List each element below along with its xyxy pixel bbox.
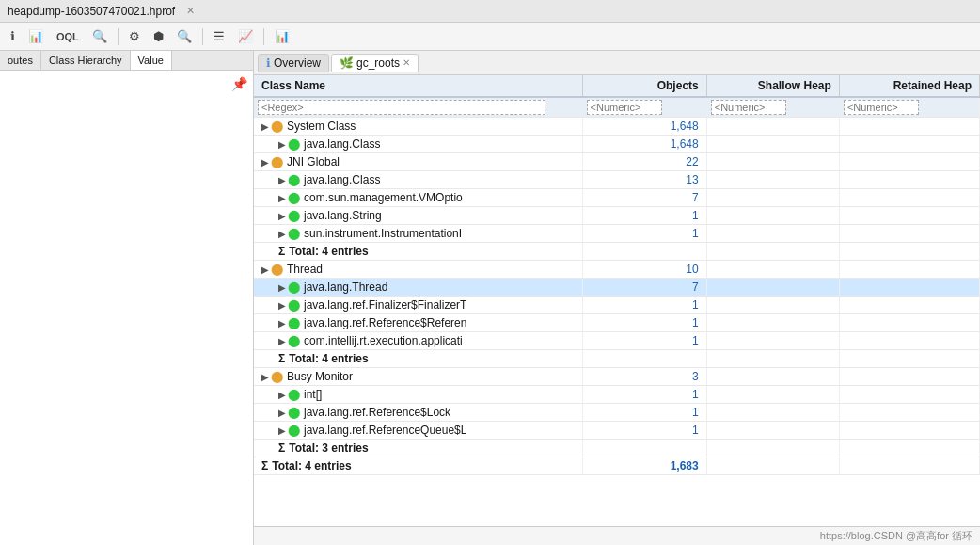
title-bar: heapdump-1603507470021.hprof ✕ xyxy=(0,0,980,23)
table-row[interactable]: ▶⬤sun.instrument.InstrumentationI1 xyxy=(254,225,980,243)
row-retained-heap xyxy=(839,440,979,457)
row-retained-heap xyxy=(839,422,979,440)
table-row[interactable]: ▶⬤java.lang.Class1,648 xyxy=(254,136,980,153)
table-header-row: Class Name Objects Shallow Heap Retained… xyxy=(254,75,980,97)
filter-objects-input[interactable] xyxy=(587,100,662,115)
table-row[interactable]: ▶⬤Busy Monitor3 xyxy=(254,368,980,386)
row-class-name: ▶⬤java.lang.ref.ReferenceQueue$L xyxy=(254,422,582,440)
table-row[interactable]: ▶⬤JNI Global22 xyxy=(254,153,980,171)
content-area: outes Class Hierarchy Value 📌 ℹ Overview xyxy=(0,51,980,545)
table-container: Class Name Objects Shallow Heap Retained… xyxy=(254,75,980,526)
toolbar-chart-btn[interactable]: 📊 xyxy=(24,26,48,46)
row-objects: 1,683 xyxy=(582,457,706,475)
table-row[interactable]: ▶⬤int[]1 xyxy=(254,386,980,404)
row-class-name: ΣTotal: 3 entries xyxy=(254,440,582,457)
toolbar-filter-btn[interactable]: 🔍 xyxy=(172,26,197,46)
table-row[interactable]: ▶⬤java.lang.ref.ReferenceQueue$L1 xyxy=(254,422,980,440)
row-retained-heap xyxy=(839,368,979,386)
row-shallow-heap xyxy=(706,440,839,457)
tab-gc-roots-close[interactable]: ✕ xyxy=(403,57,410,68)
tab-overview[interactable]: ℹ Overview xyxy=(258,54,329,72)
row-objects: 22 xyxy=(582,153,706,171)
row-shallow-heap xyxy=(706,386,839,404)
row-class-name: ΣTotal: 4 entries xyxy=(254,457,582,475)
row-objects: 1 xyxy=(582,297,706,314)
filter-shallow-input[interactable] xyxy=(711,100,786,115)
row-retained-heap xyxy=(839,457,979,475)
row-retained-heap xyxy=(839,404,979,422)
row-class-name: ΣTotal: 4 entries xyxy=(254,350,582,368)
row-objects: 1,648 xyxy=(582,136,706,153)
table-row[interactable]: ▶⬤java.lang.ref.Finalizer$FinalizerT1 xyxy=(254,297,980,314)
main-panel: ℹ Overview 🌿 gc_roots ✕ Class Name Objec… xyxy=(254,51,980,545)
row-retained-heap xyxy=(839,314,979,332)
tab-gc-roots[interactable]: 🌿 gc_roots ✕ xyxy=(331,54,419,72)
row-objects: 1 xyxy=(582,207,706,225)
left-tab-outes[interactable]: outes xyxy=(0,51,41,70)
toolbar-gear-btn[interactable]: ⚙ xyxy=(124,26,145,46)
table-row[interactable]: ΣTotal: 3 entries xyxy=(254,440,980,457)
row-retained-heap xyxy=(839,350,979,368)
filter-retained-input[interactable] xyxy=(844,100,919,115)
table-row[interactable]: ▶⬤System Class1,648 xyxy=(254,118,980,136)
toolbar-search-btn[interactable]: 🔍 xyxy=(87,26,112,46)
row-objects: 1 xyxy=(582,332,706,350)
row-class-name: ▶⬤com.intellij.rt.execution.applicati xyxy=(254,332,582,350)
table-row[interactable]: ▶⬤java.lang.ref.Reference$Referen1 xyxy=(254,314,980,332)
toolbar-oql-btn[interactable]: OQL xyxy=(52,28,84,45)
row-shallow-heap xyxy=(706,297,839,314)
toolbar-table-btn[interactable]: ☰ xyxy=(209,26,229,46)
left-tab-value-label: Value xyxy=(138,55,164,66)
table-body: ▶⬤System Class1,648▶⬤java.lang.Class1,64… xyxy=(254,118,980,475)
row-retained-heap xyxy=(839,261,979,279)
row-objects: 1 xyxy=(582,386,706,404)
row-class-name: ▶⬤java.lang.ref.Reference$Referen xyxy=(254,314,582,332)
table-row[interactable]: ΣTotal: 4 entries xyxy=(254,243,980,261)
row-shallow-heap xyxy=(706,457,839,475)
row-shallow-heap xyxy=(706,332,839,350)
row-retained-heap xyxy=(839,136,979,153)
left-tab-class-hierarchy-label: Class Hierarchy xyxy=(49,55,122,66)
toolbar-package-btn[interactable]: ⬢ xyxy=(149,26,168,46)
row-class-name: ΣTotal: 4 entries xyxy=(254,243,582,261)
toolbar-bar-btn[interactable]: 📊 xyxy=(270,26,294,46)
row-objects: 1 xyxy=(582,422,706,440)
left-panel: outes Class Hierarchy Value 📌 xyxy=(0,51,254,545)
toolbar-info-btn[interactable]: ℹ xyxy=(6,26,20,46)
row-shallow-heap xyxy=(706,118,839,136)
table-row[interactable]: ▶⬤java.lang.String1 xyxy=(254,207,980,225)
table-row[interactable]: ▶⬤java.lang.Thread7 xyxy=(254,279,980,297)
pin-icon[interactable]: 📌 xyxy=(231,76,247,91)
row-retained-heap xyxy=(839,386,979,404)
row-shallow-heap xyxy=(706,404,839,422)
row-objects: 1 xyxy=(582,225,706,243)
table-row[interactable]: ΣTotal: 4 entries1,683 xyxy=(254,457,980,475)
row-objects xyxy=(582,243,706,261)
table-row[interactable]: ▶⬤Thread10 xyxy=(254,261,980,279)
filter-class-input[interactable] xyxy=(258,100,545,115)
table-row[interactable]: ΣTotal: 4 entries xyxy=(254,350,980,368)
main-container: heapdump-1603507470021.hprof ✕ ℹ 📊 OQL 🔍… xyxy=(0,0,980,545)
row-class-name: ▶⬤com.sun.management.VMOptio xyxy=(254,189,582,207)
table-row[interactable]: ▶⬤java.lang.Class13 xyxy=(254,171,980,189)
toolbar-line-btn[interactable]: 📈 xyxy=(233,26,258,46)
overview-icon: ℹ xyxy=(266,56,271,70)
toolbar-sep-1 xyxy=(118,28,119,45)
tab-gc-roots-label: gc_roots xyxy=(356,56,400,70)
table-filter-row xyxy=(254,97,980,118)
table-row[interactable]: ▶⬤java.lang.ref.Reference$Lock1 xyxy=(254,404,980,422)
row-objects: 3 xyxy=(582,368,706,386)
row-retained-heap xyxy=(839,171,979,189)
row-retained-heap xyxy=(839,118,979,136)
file-title: heapdump-1603507470021.hprof xyxy=(8,5,175,18)
row-shallow-heap xyxy=(706,350,839,368)
row-shallow-heap xyxy=(706,136,839,153)
filter-shallow-cell xyxy=(706,97,839,118)
row-shallow-heap xyxy=(706,422,839,440)
row-objects xyxy=(582,350,706,368)
left-tab-value[interactable]: Value xyxy=(131,51,172,70)
left-tab-class-hierarchy[interactable]: Class Hierarchy xyxy=(41,51,131,70)
row-shallow-heap xyxy=(706,279,839,297)
table-row[interactable]: ▶⬤com.sun.management.VMOptio7 xyxy=(254,189,980,207)
table-row[interactable]: ▶⬤com.intellij.rt.execution.applicati1 xyxy=(254,332,980,350)
